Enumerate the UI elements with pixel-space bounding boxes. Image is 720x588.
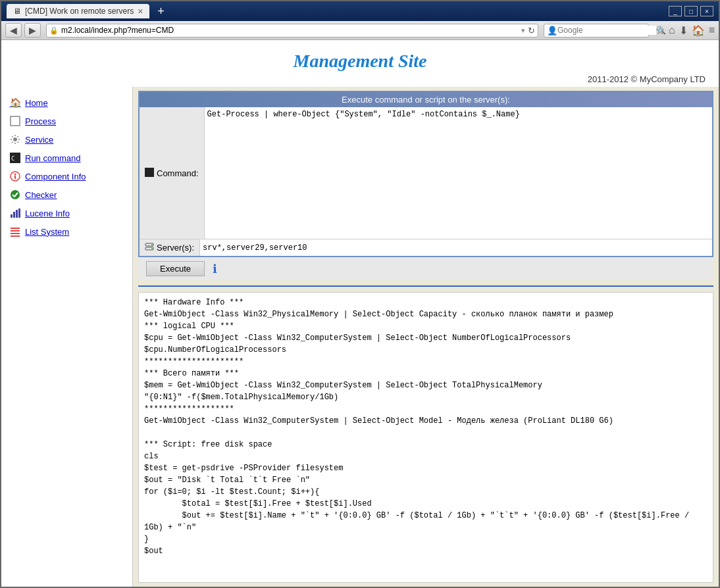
nav-icons: ☆ ⌂ ⬇ 🏠 ≡ <box>656 24 715 37</box>
back-button[interactable]: ◀ <box>5 23 22 37</box>
active-tab[interactable]: 🖥 [CMD] Work on remote servers × <box>7 4 149 18</box>
execute-row: Execute ℹ <box>138 257 713 280</box>
page-title: Management Site <box>1 51 719 72</box>
browser-window: 🖥 [CMD] Work on remote servers × + _ □ ×… <box>0 0 720 588</box>
output-area: *** Hardware Info *** Get-WmiObject -Cla… <box>138 292 713 583</box>
url-input[interactable] <box>61 26 521 35</box>
nav-bar: ◀ ▶ 🔒 ▾ ↻ 👤 🔍 ☆ ⌂ ⬇ 🏠 ≡ <box>1 21 719 40</box>
sidebar-item-run-command[interactable]: C Run command <box>1 149 132 167</box>
svg-rect-0 <box>11 116 20 126</box>
sidebar-item-component-info[interactable]: Component Info <box>1 167 132 185</box>
sidebar-item-home[interactable]: 🏠 Home <box>1 93 132 112</box>
help-icon[interactable]: ℹ <box>213 262 217 276</box>
svg-text:C: C <box>11 155 14 162</box>
home-icon: 🏠 <box>9 97 21 109</box>
command-label: Command: <box>140 107 205 239</box>
lucene-info-icon <box>9 207 21 219</box>
maximize-button[interactable]: □ <box>684 6 698 16</box>
svg-point-1 <box>13 137 17 141</box>
search-input[interactable] <box>557 26 656 35</box>
svg-rect-14 <box>11 233 20 234</box>
user-icon: 👤 <box>547 26 557 36</box>
sidebar: 🏠 Home Process Service <box>1 87 133 587</box>
search-bar-container: 👤 🔍 <box>544 24 649 37</box>
url-dropdown-icon[interactable]: ▾ <box>521 26 525 35</box>
svg-rect-15 <box>11 235 20 237</box>
home-nav-icon[interactable]: ⌂ <box>669 24 675 36</box>
url-bar-container: 🔒 ▾ ↻ <box>46 24 538 37</box>
server-row: Server(s): <box>140 239 712 256</box>
svg-rect-6 <box>14 176 16 179</box>
title-bar-left: 🖥 [CMD] Work on remote servers × + <box>7 4 165 18</box>
command-textarea[interactable]: Get-Process | where-Object {"System", "I… <box>205 107 712 239</box>
tab-close-button[interactable]: × <box>138 6 143 16</box>
run-command-icon: C <box>9 152 21 164</box>
server-label: Server(s): <box>140 239 200 256</box>
sidebar-label-home: Home <box>25 98 48 108</box>
title-bar: 🖥 [CMD] Work on remote servers × + _ □ × <box>1 1 719 21</box>
service-icon <box>9 134 21 145</box>
svg-rect-8 <box>11 214 13 218</box>
sidebar-label-process: Process <box>25 116 56 126</box>
svg-point-20 <box>151 248 153 249</box>
home2-icon[interactable]: 🏠 <box>692 24 705 37</box>
close-button[interactable]: × <box>700 6 713 16</box>
refresh-button[interactable]: ↻ <box>528 26 535 36</box>
process-icon <box>9 115 21 127</box>
sidebar-item-list-system[interactable]: List System <box>1 222 132 241</box>
svg-rect-16 <box>145 168 154 177</box>
command-panel-header: Execute command or script on the server(… <box>140 92 712 107</box>
sidebar-label-service: Service <box>25 135 53 145</box>
sidebar-label-run-command: Run command <box>25 153 81 163</box>
minimize-button[interactable]: _ <box>669 6 682 16</box>
sidebar-item-lucene-info[interactable]: Lucene Info <box>1 204 132 222</box>
command-icon <box>145 168 154 179</box>
svg-rect-12 <box>11 228 20 229</box>
sidebar-label-checker: Checker <box>25 190 57 200</box>
tab-icon: 🖥 <box>13 7 21 16</box>
page-header: Management Site <box>1 40 719 74</box>
sidebar-label-component-info: Component Info <box>25 172 86 182</box>
svg-point-7 <box>11 190 20 199</box>
page-content: Management Site 2011-2012 © MyCompany LT… <box>1 40 719 587</box>
svg-point-5 <box>14 174 16 176</box>
command-row: Command: Get-Process | where-Object {"Sy… <box>140 107 712 239</box>
window-controls: _ □ × <box>669 6 713 16</box>
execute-button[interactable]: Execute <box>146 261 205 276</box>
server-input[interactable] <box>200 241 712 255</box>
sidebar-label-lucene-info: Lucene Info <box>25 208 70 218</box>
component-info-icon <box>9 170 21 182</box>
svg-rect-11 <box>18 208 20 218</box>
svg-point-19 <box>151 244 153 245</box>
tab-label: [CMD] Work on remote servers <box>25 7 134 16</box>
main-layout: 🏠 Home Process Service <box>1 87 719 587</box>
menu-icon[interactable]: ≡ <box>709 24 715 36</box>
bookmarks-icon[interactable]: ☆ <box>656 24 665 37</box>
url-icon: 🔒 <box>49 26 59 35</box>
svg-rect-10 <box>16 210 18 218</box>
command-panel: Execute command or script on the server(… <box>138 91 713 257</box>
divider <box>138 285 713 287</box>
company-info: 2011-2012 © MyCompany LTD <box>1 74 719 87</box>
list-system-icon <box>9 226 21 237</box>
server-icon <box>145 242 154 253</box>
sidebar-item-process[interactable]: Process <box>1 112 132 130</box>
sidebar-item-checker[interactable]: Checker <box>1 185 132 204</box>
svg-rect-13 <box>11 230 20 232</box>
download-icon[interactable]: ⬇ <box>679 24 688 37</box>
sidebar-item-service[interactable]: Service <box>1 130 132 149</box>
forward-button[interactable]: ▶ <box>24 23 41 37</box>
svg-rect-9 <box>13 212 15 218</box>
sidebar-label-list-system: List System <box>25 227 69 237</box>
checker-icon <box>9 189 21 201</box>
new-tab-button[interactable]: + <box>157 5 165 18</box>
